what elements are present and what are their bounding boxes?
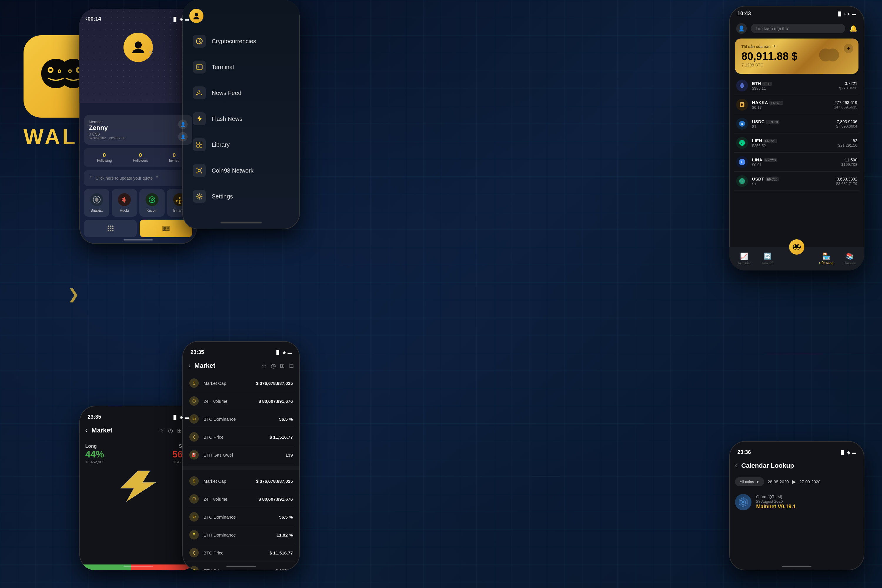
profile-avatar bbox=[123, 33, 153, 62]
status-bar-4: 23:35 ▐▌ ◈ ▬ bbox=[80, 410, 197, 422]
coin-filter-label: All coins bbox=[740, 480, 754, 484]
following-label: Following bbox=[97, 159, 112, 163]
market-title-5: Market bbox=[194, 362, 257, 369]
phone4-inner: 23:35 ▐▌ ◈ ▬ ‹ Market ☆ ◷ ⊞ ⊟ Long 44% 1… bbox=[80, 406, 197, 511]
clock-icon-5[interactable]: ◷ bbox=[271, 362, 276, 369]
coin-filter[interactable]: All coins ▼ bbox=[735, 477, 764, 486]
token-row-lina[interactable]: L LINAERC20 $0.01 11,500 $159.708 bbox=[734, 153, 860, 172]
chart-icon-4[interactable]: ⊞ bbox=[177, 427, 182, 434]
dex-huobi[interactable]: Huobi bbox=[112, 189, 137, 217]
menu-item-coin98-network[interactable]: Coin98 Network bbox=[188, 158, 294, 183]
svg-point-52 bbox=[826, 48, 839, 62]
svg-point-68 bbox=[799, 246, 800, 246]
dex-snapex[interactable]: SnapEx bbox=[84, 189, 110, 217]
market-row-5: ⛽ ETH Gas Gwei 139 bbox=[187, 446, 295, 464]
nav-thu-vien[interactable]: 📚 Thư viện bbox=[838, 252, 861, 265]
volume-value: $ 80,607,891,676 bbox=[258, 399, 293, 404]
wifi-6: ◈ bbox=[847, 450, 850, 455]
market-row-b2: ⏱ 24H Volume $ 80,607,891,676 bbox=[187, 490, 295, 508]
market-row-b1: $ Market Cap $ 376,678,687,025 bbox=[187, 472, 295, 490]
token-row-eth[interactable]: ETHETH $385.11 0.7221 $278.0696 bbox=[734, 76, 860, 95]
share-icon[interactable]: 👤 bbox=[178, 132, 188, 141]
nav-thi-truong[interactable]: 📈 Thị trường bbox=[732, 252, 756, 265]
market-header-5: ‹ Market ☆ ◷ ⊞ ⊟ bbox=[182, 357, 300, 374]
star-icon-5[interactable]: ☆ bbox=[261, 362, 267, 369]
eth-icon bbox=[736, 80, 748, 92]
ethdom-value: 11.82 % bbox=[277, 532, 293, 537]
menu-item-terminal[interactable]: Terminal bbox=[188, 55, 294, 80]
menu-item-cryptocurrencies[interactable]: Cryptocurrencies bbox=[188, 29, 294, 54]
token-row-usdt[interactable]: T USDTERC20 $1 3,633.3392 $3,632.7179 bbox=[734, 172, 860, 191]
market-row-2: ⏱ 24H Volume $ 80,607,891,676 bbox=[187, 392, 295, 410]
svg-point-20 bbox=[112, 225, 114, 227]
token-row-hakka[interactable]: H HAKKAERC20 $0.17 277,293.619 $47,659.5… bbox=[734, 95, 860, 114]
menu-item-news-feed[interactable]: News Feed bbox=[188, 81, 294, 105]
market-cap-value: $ 376,678,687,025 bbox=[256, 381, 293, 386]
market-header-4: ‹ Market ☆ ◷ ⊞ ⊟ bbox=[80, 422, 197, 439]
btc-price-icon: ₿ bbox=[189, 432, 199, 442]
btcdom2-icon: ⚙ bbox=[189, 512, 199, 522]
clock-icon-4[interactable]: ◷ bbox=[168, 427, 173, 434]
back-button-5[interactable]: ‹ bbox=[188, 362, 190, 369]
signal-6: ▐▌ bbox=[839, 450, 845, 455]
svg-line-46 bbox=[198, 169, 198, 170]
nav-cua-hang[interactable]: 🏪 Cửa hàng bbox=[814, 252, 838, 265]
token-row-lien[interactable]: L LIENERC20 $256.52 83 $21,291.16 bbox=[734, 134, 860, 153]
wallet-search-input[interactable]: Tìm kiếm mọi thứ bbox=[751, 24, 845, 33]
vol2-value: $ 80,607,891,676 bbox=[258, 496, 293, 502]
svg-point-36 bbox=[201, 94, 202, 95]
star-icon-4[interactable]: ☆ bbox=[159, 427, 164, 434]
eye-icon[interactable]: 👁 bbox=[772, 44, 777, 49]
svg-point-22 bbox=[110, 228, 111, 230]
menu-item-flash-news[interactable]: Flash News bbox=[188, 106, 294, 131]
market-row-b4: Ξ ETH Dominance 11.82 % bbox=[187, 526, 295, 544]
svg-point-45 bbox=[201, 172, 202, 174]
svg-text:L: L bbox=[741, 142, 743, 145]
token-row-usdc[interactable]: $ USDCERC20 $1 7,893.9206 $7,890.6604 bbox=[734, 114, 860, 134]
lien-icon: L bbox=[736, 137, 748, 149]
usdt-name: USDTERC20 $1 bbox=[752, 176, 836, 186]
coin98-network-label: Coin98 Network bbox=[212, 167, 254, 174]
filter-icon-5[interactable]: ⊟ bbox=[289, 362, 294, 369]
back-button-6[interactable]: ‹ bbox=[735, 462, 737, 470]
time-3: 10:43 bbox=[737, 10, 751, 17]
hakka-amount: 277,293.619 $47,659.5635 bbox=[834, 100, 857, 110]
quote-box[interactable]: " Click here to update your quote " bbox=[84, 170, 192, 186]
layout-icon-5[interactable]: ⊞ bbox=[280, 362, 285, 369]
cryptocurrencies-label: Cryptocurrencies bbox=[212, 38, 256, 45]
status-bar-5: 23:35 ▐▌ ◈ ▬ bbox=[182, 346, 300, 357]
menu-item-library[interactable]: Library bbox=[188, 132, 294, 157]
flash-news-label: Flash News bbox=[212, 116, 242, 122]
phone-wallet: 10:43 ▐▌ LTE ▬ 👤 Tìm kiếm mọi thứ 🔔 Tài … bbox=[729, 6, 864, 270]
back-button[interactable]: ‹ bbox=[85, 15, 87, 22]
notification-icon[interactable]: 🔔 bbox=[849, 25, 857, 32]
btc-price-label: BTC Price bbox=[204, 435, 265, 440]
nav-trao-doi[interactable]: 🔄 Trao đổi bbox=[756, 252, 779, 265]
quote-left-mark: " bbox=[90, 174, 93, 182]
svg-point-18 bbox=[108, 225, 110, 227]
tab-contacts[interactable] bbox=[140, 220, 192, 237]
btc-dom-label: BTC Dominance bbox=[204, 417, 274, 422]
menu-avatar bbox=[189, 9, 204, 23]
coin98-fab[interactable] bbox=[789, 239, 804, 255]
wallet-user-icon[interactable]: 👤 bbox=[736, 23, 747, 34]
arrow-right-icon: ▶ bbox=[792, 479, 796, 484]
add-user-icon[interactable]: 👤 bbox=[178, 120, 188, 129]
btcprice2-label: BTC Price bbox=[204, 550, 265, 555]
calendar-filter: All coins ▼ 28-08-2020 ▶ 27-09-2020 bbox=[729, 474, 864, 489]
svg-point-21 bbox=[108, 228, 110, 230]
event-date: 28 August 2020 bbox=[756, 499, 858, 504]
status-icons-6: ▐▌ ◈ ▬ bbox=[839, 450, 856, 455]
svg-text:$: $ bbox=[741, 123, 742, 126]
menu-item-settings[interactable]: Settings bbox=[188, 184, 294, 209]
refresh-icon[interactable]: ↻ bbox=[149, 50, 153, 56]
snapex-icon bbox=[90, 193, 103, 206]
usdc-amount: 7,893.9206 $7,890.6604 bbox=[836, 119, 857, 129]
long-section: Long 44% 10,452,903 bbox=[85, 444, 104, 464]
back-button-4[interactable]: ‹ bbox=[85, 427, 87, 434]
dex-kucoin[interactable]: Kucoin bbox=[140, 189, 165, 217]
add-wallet-button[interactable]: + bbox=[844, 44, 853, 53]
store-nav-label: Cửa hàng bbox=[814, 261, 838, 265]
tab-grid[interactable] bbox=[84, 220, 137, 237]
market-nav-label: Thị trường bbox=[732, 261, 756, 265]
